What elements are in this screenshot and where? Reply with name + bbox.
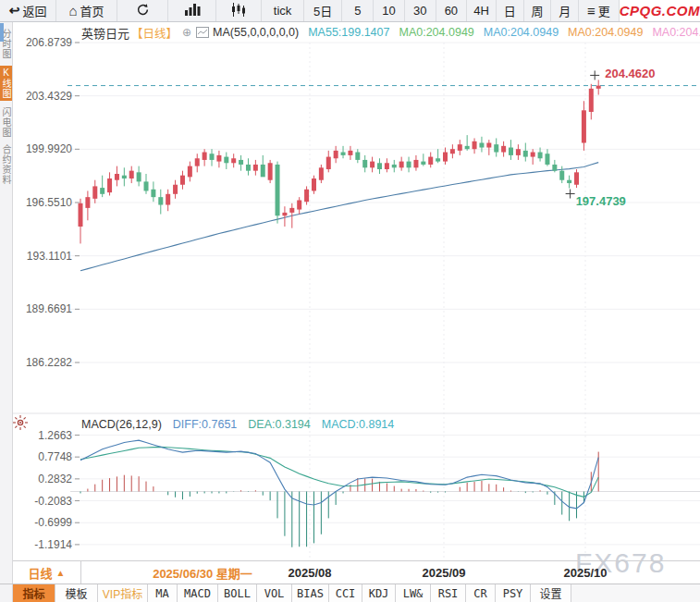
toolbar-item-home[interactable]: ⌂首页 [56,0,117,21]
toolbar-item-bar-chart[interactable] [168,0,216,21]
toolbar-item-tick[interactable]: tick [262,0,304,21]
candle [589,89,594,112]
toolbar-item-h4[interactable]: 4H [467,0,497,21]
candle [180,176,185,185]
toolbar-item-label: 10 [382,4,395,18]
macd-axis-label: -1.1914 [34,538,72,551]
price-axis-label: 196.5510 [26,196,72,209]
sidebar-item-kline-chart[interactable]: K线图 [0,66,12,101]
tab-lwr[interactable]: LW& [396,584,431,602]
mini-chart-icon[interactable] [196,27,209,38]
candle [413,160,418,167]
tab-cci[interactable]: CCI [329,584,362,602]
toolbar-item-m60[interactable]: 60 [436,0,468,21]
tab-boll[interactable]: BOLL [218,584,257,602]
candle [443,153,448,162]
period-selector[interactable]: 日线 ▲ [13,561,81,584]
candle [385,163,389,169]
tab-macd[interactable]: MACD [178,584,218,602]
candle [567,180,571,183]
candle [203,153,207,160]
candle [304,190,309,202]
home-icon: ⌂ [69,4,78,18]
candle [450,149,455,154]
macd-value-label: MACD:0.8914 [322,418,395,431]
price-axis-label: 206.8739 [26,36,72,49]
candle [253,165,258,171]
toolbar-item-more[interactable]: ≡更 [579,0,620,21]
menu-icon: ≡ [587,4,596,18]
toolbar-item-week[interactable]: 周 [524,0,552,21]
macd-value-label: DIFF:0.7651 [173,418,237,431]
tab-vip-indicators[interactable]: VIP指标 [98,584,148,602]
candle [195,158,200,166]
price-chart-header: 英镑日元 【日线】 ⊕ MA(55,0,0,0,0,0) MA55:199.14… [81,25,700,40]
candle [465,146,470,149]
toolbar-item-candlestick[interactable] [216,0,263,21]
candle [392,165,397,167]
low-price-annotation: 197.4739 [576,194,626,208]
candle [216,155,221,162]
candle [85,197,90,208]
ma-value-label: MA0:204.0949 [652,26,700,39]
candle [151,190,155,197]
candle [224,157,228,164]
toolbar-item-refresh[interactable] [117,0,168,21]
candlestick-icon [231,3,246,19]
candle [319,167,324,179]
candle [289,208,294,213]
tab-psy[interactable]: PSY [496,584,531,602]
price-axis-label: 186.2282 [26,356,72,369]
candle [282,213,287,215]
candle [486,142,491,147]
candle [334,151,338,158]
main-chart-svg[interactable]: 206.8739203.4329199.9920196.5510193.1101… [13,22,700,560]
toolbar-item-back[interactable]: ↩返回 [0,0,56,21]
toolbar-item-5d[interactable]: 5日 [304,0,343,21]
candle [596,86,601,89]
macd-header: MACD(26,12,9) DIFF:0.7651DEA:0.3194MACD:… [81,417,394,432]
candle [188,166,192,178]
toolbar-item-label: 周 [531,2,543,19]
candle [531,153,535,157]
candle [129,171,134,178]
toolbar-item-day[interactable]: 日 [497,0,524,21]
toolbar-item-month[interactable]: 月 [551,0,579,21]
ma55-line [80,163,598,271]
candle [326,157,331,169]
brand-logo[interactable]: CPQG.COM [620,0,700,21]
tab-vol[interactable]: VOL [257,584,292,602]
add-indicator-icon[interactable]: ⊕ [182,26,191,39]
candle [458,144,462,151]
price-axis-label: 189.6691 [26,302,72,315]
tab-kdj[interactable]: KDJ [362,584,396,602]
candle [370,162,375,168]
back-arrow-icon: ↩ [9,4,20,18]
tab-settings[interactable]: 设置 [531,584,571,602]
toolbar-item-m30[interactable]: 30 [405,0,436,21]
candle [538,153,543,159]
toolbar-item-label: 5 [354,4,361,18]
month-label: 2025/10 [553,561,618,584]
candle [501,146,506,153]
tab-cr[interactable]: CR [466,584,496,602]
brightness-icon[interactable] [12,414,29,431]
macd-value-label: DEA:0.3194 [248,418,310,431]
tab-indicators[interactable]: 指标 [13,584,55,602]
tab-ma[interactable]: MA [148,584,178,602]
sidebar-item-contract-info[interactable]: 合约资料 [0,144,12,185]
tab-bias[interactable]: BIAS [292,584,329,602]
toolbar-item-label: 首页 [80,2,104,19]
tab-templates[interactable]: 模板 [55,584,98,602]
toolbar-item-m5[interactable]: 5 [342,0,374,21]
candle [582,110,586,142]
sidebar-item-flash-chart[interactable]: 闪电图 [0,107,12,138]
tab-rsi[interactable]: RSI [431,584,466,602]
refresh-icon [136,3,150,19]
diff-line [80,440,598,509]
candle [545,154,549,165]
candle [107,178,112,192]
candle [210,154,215,160]
toolbar-item-m10[interactable]: 10 [374,0,405,21]
sidebar-scroll-thumb[interactable] [0,23,4,42]
